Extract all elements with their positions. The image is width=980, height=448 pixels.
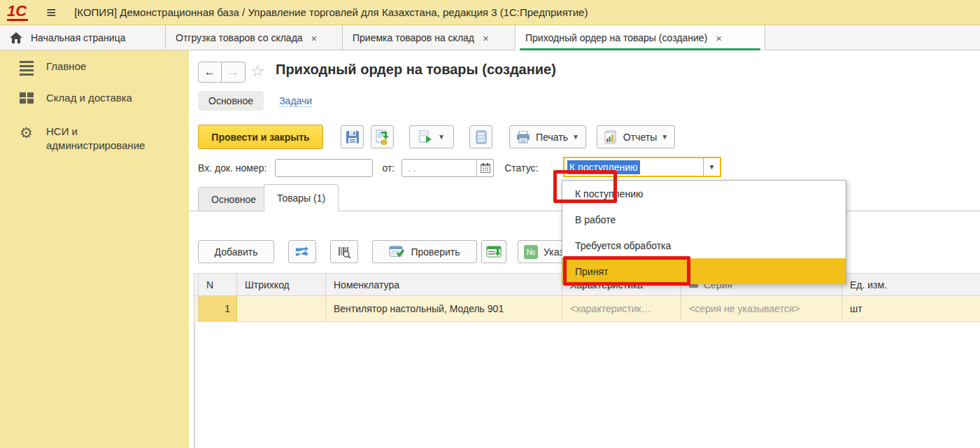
chevron-down-icon: ▼ xyxy=(661,133,668,141)
status-combobox[interactable]: К поступлению ▼ xyxy=(563,157,721,177)
list-icon xyxy=(20,59,38,78)
close-icon[interactable]: × xyxy=(311,32,318,44)
tab-label: Приходный ордер на товары (создание) xyxy=(525,32,707,43)
goods-table: N Штрихкод Номенклатура Характеристика С… xyxy=(194,273,980,448)
status-dropdown-list: К поступлению В работе Требуется обработ… xyxy=(562,180,846,284)
sidebar-item-label: Главное xyxy=(46,59,86,78)
status-label: Статус: xyxy=(504,162,538,174)
tab-shipment[interactable]: Отгрузка товаров со склада × xyxy=(166,25,343,50)
cell-barcode[interactable] xyxy=(237,296,326,321)
structure-icon xyxy=(476,130,487,144)
chevron-down-icon: ▼ xyxy=(438,133,445,141)
report-chart-icon xyxy=(604,130,618,144)
navlink-main[interactable]: Основное xyxy=(198,91,264,111)
gear-icon: ⚙ xyxy=(20,125,38,153)
status-option-needs-processing[interactable]: Требуется обработка xyxy=(562,232,846,258)
column-header-barcode[interactable]: Штрихкод xyxy=(237,274,326,295)
check-label: Проверить xyxy=(411,246,460,258)
number-badge-icon: № xyxy=(524,245,538,259)
status-option-accepted[interactable]: Принят xyxy=(562,258,846,284)
forward-button[interactable]: → xyxy=(222,62,246,83)
specify-label: Указ xyxy=(544,246,564,258)
cell-n[interactable]: 1 xyxy=(199,296,237,321)
column-header-unit[interactable]: Ед. изм. xyxy=(842,274,977,295)
cell-unit[interactable]: шт xyxy=(842,296,977,321)
calendar-icon[interactable] xyxy=(476,160,493,176)
barcode-scan-button[interactable] xyxy=(330,240,358,263)
doc-number-label: Вх. док. номер: xyxy=(198,162,267,174)
sidebar-item-label: Склад и доставка xyxy=(46,91,132,105)
date-label: от: xyxy=(382,162,395,174)
document-structure-button[interactable] xyxy=(469,125,492,148)
close-icon[interactable]: × xyxy=(716,32,722,44)
chevron-down-icon: ▼ xyxy=(572,133,579,141)
navlink-tasks[interactable]: Задачи xyxy=(279,95,312,107)
cell-characteristic[interactable]: <характеристик… xyxy=(562,296,681,321)
table-toolbar: Добавить xyxy=(198,239,595,264)
barcode-icon xyxy=(338,246,350,258)
tab-label: Начальная страница xyxy=(31,32,125,43)
split-arrows-icon xyxy=(295,246,309,258)
1c-logo-icon: 1С xyxy=(7,4,28,21)
post-document-button[interactable] xyxy=(371,125,394,148)
main-menu-icon[interactable]: ≡ xyxy=(46,6,56,20)
home-icon xyxy=(10,32,22,43)
create-based-on-icon xyxy=(418,130,434,144)
inner-tab-main[interactable]: Основное xyxy=(198,187,269,211)
check-fill-button[interactable]: Проверить xyxy=(372,240,477,263)
tab-label: Отгрузка товаров со склада xyxy=(176,32,303,43)
cell-series[interactable]: <серия не указывается> xyxy=(681,296,842,321)
tab-goods-receipt-order[interactable]: Приходный ордер на товары (создание) × xyxy=(516,25,765,50)
status-option-in-progress[interactable]: В работе xyxy=(562,206,846,232)
fill-table-button[interactable] xyxy=(481,240,506,263)
post-document-icon xyxy=(375,130,390,145)
date-input[interactable]: . . xyxy=(402,159,494,177)
split-row-button[interactable] xyxy=(288,240,316,263)
doc-number-input[interactable] xyxy=(275,159,373,177)
window-title: [КОПИЯ] Демонстрационная база / Управлен… xyxy=(74,6,588,18)
cell-nomenclature[interactable]: Вентилятор настольный, Модель 901 xyxy=(326,296,562,321)
table-row[interactable]: 1 Вентилятор настольный, Модель 901 <хар… xyxy=(194,296,980,322)
reports-label: Отчеты xyxy=(623,132,657,143)
combobox-dropdown-icon[interactable]: ▼ xyxy=(703,158,720,176)
green-table-icon xyxy=(486,246,502,258)
sidebar: Главное Склад и доставка ⚙ НСИ и админис… xyxy=(0,50,189,448)
grid-icon xyxy=(20,91,38,105)
print-button[interactable]: Печать ▼ xyxy=(509,125,586,148)
status-option-to-receipt[interactable]: К поступлению xyxy=(562,181,846,206)
tab-receiving[interactable]: Приемка товаров на склад × xyxy=(343,25,516,50)
table-empty-area xyxy=(194,322,980,448)
print-label: Печать xyxy=(536,132,568,143)
history-nav: ← → xyxy=(198,62,246,83)
sidebar-item-warehouse[interactable]: Склад и доставка xyxy=(0,91,189,105)
command-toolbar: Провести и закрыть xyxy=(198,125,675,149)
column-header-n[interactable]: N xyxy=(199,274,237,295)
inner-tab-goods[interactable]: Товары (1) xyxy=(264,184,339,211)
sidebar-item-label: НСИ и администрирование xyxy=(46,125,176,153)
post-and-close-button[interactable]: Провести и закрыть xyxy=(198,125,323,149)
status-selected-value: К поступлению xyxy=(567,160,640,174)
sidebar-item-nsi-administration[interactable]: ⚙ НСИ и администрирование xyxy=(0,125,189,153)
printer-icon xyxy=(516,131,530,144)
sidebar-item-main[interactable]: Главное xyxy=(0,59,189,78)
column-header-nomenclature[interactable]: Номенклатура xyxy=(326,274,562,295)
application-window: 1С ≡ [КОПИЯ] Демонстрационная база / Упр… xyxy=(0,0,980,448)
tab-bar: Начальная страница Отгрузка товаров со с… xyxy=(0,25,980,50)
favorite-star-icon[interactable]: ☆ xyxy=(250,62,265,80)
tab-label: Приемка товаров на склад xyxy=(353,32,474,43)
check-table-icon xyxy=(389,246,404,258)
page-title: Приходный ордер на товары (создание) xyxy=(276,62,556,78)
reports-button[interactable]: Отчеты ▼ xyxy=(597,125,675,148)
save-button[interactable] xyxy=(341,125,364,148)
tab-home[interactable]: Начальная страница xyxy=(0,25,166,50)
add-row-button[interactable]: Добавить xyxy=(198,240,274,263)
back-button[interactable]: ← xyxy=(198,62,222,83)
floppy-disk-icon xyxy=(346,130,360,144)
close-icon[interactable]: × xyxy=(483,32,489,44)
date-placeholder: . . xyxy=(402,163,476,174)
form-nav-links: Основное Задачи xyxy=(198,91,312,111)
title-bar: 1С ≡ [КОПИЯ] Демонстрационная база / Упр… xyxy=(0,0,980,25)
document-fields-row: Вх. док. номер: от: . . Статус: xyxy=(198,158,538,178)
create-based-on-button[interactable]: ▼ xyxy=(409,125,454,148)
